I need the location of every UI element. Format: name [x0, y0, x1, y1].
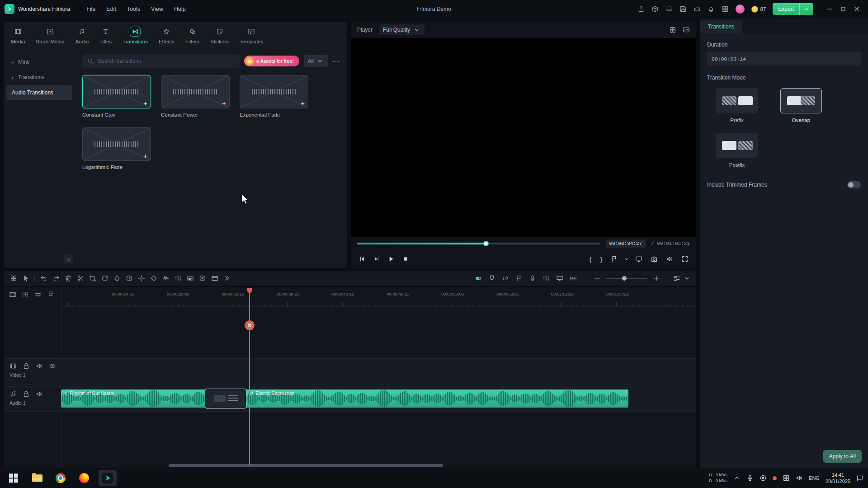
clock[interactable]: 14:41 28/01/2025: [826, 472, 850, 485]
menu-help[interactable]: Help: [169, 6, 191, 12]
caret-down-icon[interactable]: [623, 255, 630, 263]
marker-button[interactable]: [608, 252, 621, 266]
tab-stickers[interactable]: Stickers: [210, 27, 229, 47]
snapshot-button[interactable]: [647, 252, 661, 266]
video-preview[interactable]: [351, 38, 696, 237]
mode-prefix[interactable]: Prefix: [712, 88, 762, 123]
duration-button[interactable]: [123, 272, 135, 285]
menu-view[interactable]: View: [146, 6, 169, 12]
snap-toggle[interactable]: [486, 272, 498, 285]
maximize-button[interactable]: [836, 3, 850, 15]
caret-down-icon[interactable]: [684, 275, 691, 282]
resources-icon[interactable]: [651, 5, 659, 13]
mute-icon[interactable]: [36, 390, 43, 398]
free-assets-promo[interactable]: e Assets for free!: [244, 56, 299, 66]
more-tools-button[interactable]: [221, 272, 233, 285]
mixer-button[interactable]: [540, 272, 552, 285]
filmora-taskbar-button[interactable]: [99, 470, 117, 486]
tab-media[interactable]: Media: [11, 27, 25, 47]
fit-timeline-button[interactable]: [567, 272, 579, 285]
tab-templates[interactable]: Templates: [240, 27, 263, 47]
preview-display-button[interactable]: [553, 272, 566, 285]
audio-mixer-button[interactable]: [172, 272, 184, 285]
chrome-button[interactable]: [52, 470, 70, 486]
magnet-icon[interactable]: [47, 291, 54, 298]
split-button[interactable]: [74, 272, 86, 285]
tray-expand-icon[interactable]: [733, 474, 741, 482]
next-frame-button[interactable]: [370, 252, 383, 266]
add-marker-button[interactable]: [513, 272, 525, 285]
lock-icon[interactable]: [23, 362, 30, 370]
adjust-tracks-icon[interactable]: [34, 291, 42, 298]
tray-network-icon[interactable]: [783, 474, 790, 482]
mark-in-icon[interactable]: {: [586, 256, 595, 263]
transition-card-exponential-fade[interactable]: + Exponential Fade: [240, 75, 308, 117]
add-video-track-icon[interactable]: [9, 291, 16, 298]
zoom-out-button[interactable]: [591, 272, 603, 285]
notification-center-icon[interactable]: [856, 474, 863, 482]
render-preview-button[interactable]: [208, 272, 221, 285]
collapse-panel-button[interactable]: ‹: [64, 254, 73, 263]
more-options-button[interactable]: ···: [332, 57, 340, 65]
visibility-icon[interactable]: [49, 362, 56, 370]
export-caret-icon[interactable]: [800, 5, 813, 13]
playhead-x-badge[interactable]: [245, 320, 255, 330]
search-input[interactable]: [98, 58, 235, 64]
volume-button[interactable]: [663, 252, 676, 266]
mode-postfix[interactable]: Postfix: [712, 133, 762, 168]
tray-status-icon[interactable]: [773, 476, 777, 480]
stop-button[interactable]: [399, 252, 412, 266]
timeline-scrollbar[interactable]: [169, 464, 443, 467]
auto-caption-button[interactable]: [184, 272, 196, 285]
device-icon[interactable]: [665, 5, 673, 13]
audio-stretch-button[interactable]: [160, 272, 172, 285]
start-button[interactable]: [5, 470, 23, 486]
undo-button[interactable]: [38, 272, 50, 285]
tab-effects[interactable]: Effects: [159, 27, 175, 47]
tab-stock-media[interactable]: Stock Media: [36, 27, 64, 47]
layout-presets-button[interactable]: [7, 272, 19, 285]
tab-audio[interactable]: Audio: [75, 27, 89, 47]
screen-record-button[interactable]: [196, 272, 208, 285]
apply-to-all-button[interactable]: Apply to All: [823, 450, 862, 463]
speed-button[interactable]: [99, 272, 111, 285]
sidebar-item-audio-transitions[interactable]: Audio Transitions: [6, 85, 72, 100]
seek-bar[interactable]: [357, 243, 600, 244]
coin-badge[interactable]: 87: [751, 6, 766, 13]
mode-overlap[interactable]: Overlap: [776, 88, 826, 123]
play-button[interactable]: [384, 252, 398, 266]
tray-mic-icon[interactable]: [746, 474, 754, 482]
mirror-display-button[interactable]: [632, 252, 646, 266]
track-manager-button[interactable]: [670, 272, 683, 285]
include-trimmed-frames-toggle[interactable]: [847, 181, 861, 188]
add-plus-icon[interactable]: +: [143, 152, 147, 159]
duration-input[interactable]: 00:00:03:14: [707, 52, 861, 66]
notification-icon[interactable]: [708, 5, 715, 13]
audio-lane[interactable]: Rhythm of Our Hearts Electric Connection: [61, 387, 696, 411]
file-explorer-button[interactable]: [28, 470, 46, 486]
delete-button[interactable]: [62, 272, 74, 285]
cloud-icon[interactable]: [693, 5, 701, 13]
audio-clip[interactable]: Rhythm of Our Hearts Electric Connection: [61, 389, 628, 408]
audio-transition-overlay[interactable]: [205, 389, 246, 408]
filter-dropdown[interactable]: All: [304, 55, 328, 67]
lock-icon[interactable]: [23, 390, 30, 398]
add-plus-icon[interactable]: +: [143, 100, 147, 107]
share-icon[interactable]: [637, 5, 645, 13]
sidebar-item-transitions[interactable]: ▸Transitions: [6, 70, 72, 85]
add-plus-icon[interactable]: +: [301, 100, 305, 107]
sidebar-item-mine[interactable]: ▸Mine: [6, 54, 72, 70]
menu-tools[interactable]: Tools: [122, 6, 146, 12]
tab-transitions-properties[interactable]: Transitions: [700, 20, 742, 33]
transition-card-constant-gain[interactable]: + Constant Gain: [82, 75, 151, 117]
add-plus-icon[interactable]: +: [222, 100, 226, 107]
zoom-in-button[interactable]: [650, 272, 662, 285]
add-track-icon[interactable]: [22, 291, 29, 298]
search-box[interactable]: [82, 54, 240, 68]
crop-button[interactable]: [86, 272, 99, 285]
select-tool-button[interactable]: [19, 272, 32, 285]
menu-file[interactable]: File: [81, 6, 101, 12]
tray-record-icon[interactable]: [760, 474, 767, 482]
auto-ripple-toggle[interactable]: [472, 272, 484, 285]
tab-filters[interactable]: Filters: [185, 27, 199, 47]
